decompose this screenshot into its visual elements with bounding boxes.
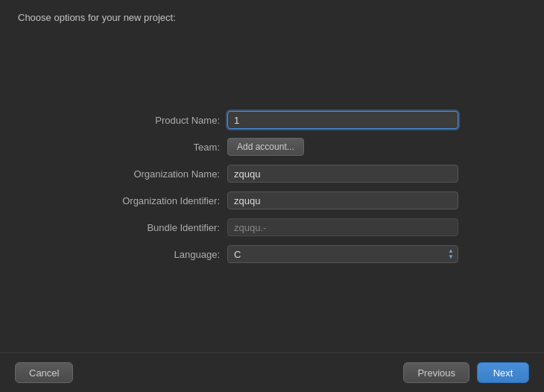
bundle-identifier-row: Bundle Identifier: zququ.-	[86, 218, 458, 236]
footer-right: Previous Next	[403, 362, 529, 383]
org-identifier-label: Organization Identifier:	[86, 195, 227, 206]
org-name-row: Organization Name:	[86, 165, 458, 183]
product-name-row: Product Name:	[86, 111, 458, 129]
language-row: Language: C C++ Objective-C Swift ▲ ▼	[86, 245, 458, 263]
product-name-input[interactable]	[227, 111, 458, 129]
bundle-identifier-label: Bundle Identifier:	[86, 222, 227, 233]
footer: Cancel Previous Next	[0, 353, 544, 392]
product-name-label: Product Name:	[86, 115, 227, 126]
form-container: Product Name: Team: Add account... Organ…	[86, 111, 458, 272]
org-identifier-input[interactable]	[227, 192, 458, 209]
language-select-wrapper: C C++ Objective-C Swift ▲ ▼	[227, 245, 458, 263]
cancel-button[interactable]: Cancel	[15, 362, 73, 383]
next-button[interactable]: Next	[477, 362, 529, 383]
dialog-title: Choose options for your new project:	[0, 0, 544, 31]
footer-left: Cancel	[15, 362, 73, 383]
language-label: Language:	[86, 249, 227, 260]
org-name-input[interactable]	[227, 165, 458, 183]
team-row: Team: Add account...	[86, 138, 458, 156]
add-account-button[interactable]: Add account...	[227, 138, 304, 156]
bundle-identifier-value: zququ.-	[227, 218, 458, 236]
previous-button[interactable]: Previous	[403, 362, 469, 383]
org-identifier-row: Organization Identifier:	[86, 192, 458, 209]
content-area: Product Name: Team: Add account... Organ…	[0, 31, 544, 353]
org-name-label: Organization Name:	[86, 168, 227, 180]
language-select[interactable]: C C++ Objective-C Swift	[227, 245, 458, 263]
team-label: Team:	[86, 142, 227, 153]
